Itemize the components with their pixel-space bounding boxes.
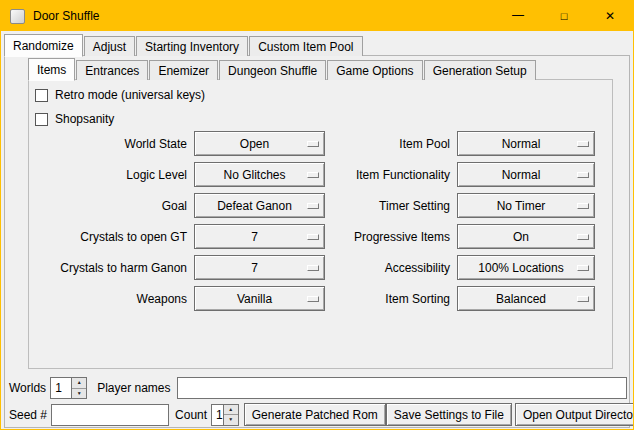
dropdown-value: 7 [251, 261, 268, 275]
field-row: Item Sorting Balanced [338, 286, 595, 311]
settings-tab-bar: Items Entrances Enemizer Dungeon Shuffle… [28, 57, 537, 80]
maximize-icon: □ [561, 10, 568, 22]
generate-patched-rom-button[interactable]: Generate Patched Rom [244, 403, 386, 426]
left-field-column: World State Open Logic Level No Glitches… [9, 131, 325, 317]
dropdown-indicator-icon [307, 203, 319, 209]
dropdown-value: No Timer [497, 199, 556, 213]
spin-down-button[interactable]: ▼ [224, 415, 238, 425]
dropdown-progressive-items[interactable]: On [457, 224, 595, 249]
field-row: Timer Setting No Timer [338, 193, 595, 218]
dropdown-value: Normal [502, 137, 551, 151]
dropdown-indicator-icon [577, 172, 589, 178]
dropdown-item-pool[interactable]: Normal [457, 131, 595, 156]
dropdown-indicator-icon [307, 141, 319, 147]
tab-dungeon-shuffle[interactable]: Dungeon Shuffle [219, 60, 326, 80]
minimize-icon: — [512, 8, 524, 22]
field-label: Accessibility [338, 261, 450, 275]
dropdown-value: On [513, 230, 539, 244]
maximize-button[interactable]: □ [541, 1, 587, 31]
field-row: Item Pool Normal [338, 131, 595, 156]
field-label: Crystals to harm Ganon [9, 261, 187, 275]
dropdown-item-functionality[interactable]: Normal [457, 162, 595, 187]
spin-down-icon: ▼ [77, 391, 82, 396]
dropdown-value: Vanilla [237, 292, 282, 306]
dropdown-value: Open [240, 137, 279, 151]
field-row: Item Functionality Normal [338, 162, 595, 187]
dropdown-value: 7 [251, 230, 268, 244]
spin-down-icon: ▼ [228, 417, 233, 422]
dropdown-world-state[interactable]: Open [194, 131, 325, 156]
checkbox-label: Shopsanity [55, 112, 114, 126]
field-row: Goal Defeat Ganon [9, 193, 325, 218]
close-icon: ✕ [605, 9, 615, 23]
dropdown-logic-level[interactable]: No Glitches [194, 162, 325, 187]
tab-enemizer[interactable]: Enemizer [149, 60, 218, 80]
spin-down-button[interactable]: ▼ [72, 389, 86, 399]
player-names-label: Player names [97, 381, 170, 395]
field-label: Logic Level [9, 168, 187, 182]
worlds-label: Worlds [9, 381, 46, 395]
field-row: Accessibility 100% Locations [338, 255, 595, 280]
open-output-directory-button[interactable]: Open Output Directory [515, 403, 634, 426]
close-button[interactable]: ✕ [587, 1, 633, 31]
count-spinner-buttons: ▲ ▼ [223, 405, 238, 425]
dropdown-indicator-icon [577, 234, 589, 240]
dropdown-indicator-icon [577, 296, 589, 302]
worlds-spinner-value: 1 [51, 378, 71, 398]
dropdown-weapons[interactable]: Vanilla [194, 286, 325, 311]
field-label: World State [9, 137, 187, 151]
tab-items[interactable]: Items [28, 58, 75, 81]
dropdown-indicator-icon [307, 265, 319, 271]
field-row: Crystals to harm Ganon 7 [9, 255, 325, 280]
field-row: Weapons Vanilla [9, 286, 325, 311]
dropdown-accessibility[interactable]: 100% Locations [457, 255, 595, 280]
tab-adjust[interactable]: Adjust [84, 36, 135, 56]
dropdown-crystals-to-open-gt[interactable]: 7 [194, 224, 325, 249]
field-row: Crystals to open GT 7 [9, 224, 325, 249]
dropdown-timer-setting[interactable]: No Timer [457, 193, 595, 218]
checkbox-retro-mode[interactable]: Retro mode (universal keys) [35, 86, 205, 104]
titlebar[interactable]: Door Shuffle — □ ✕ [1, 1, 633, 31]
tab-custom-item-pool[interactable]: Custom Item Pool [249, 36, 362, 56]
dropdown-indicator-icon [307, 234, 319, 240]
dropdown-indicator-icon [577, 141, 589, 147]
player-names-input[interactable] [177, 377, 628, 399]
dropdown-value: No Glitches [223, 168, 295, 182]
tab-game-options[interactable]: Game Options [327, 60, 422, 80]
field-label: Goal [9, 199, 187, 213]
checkbox-shopsanity[interactable]: Shopsanity [35, 110, 114, 128]
dropdown-value: Defeat Ganon [217, 199, 302, 213]
seed-input[interactable] [51, 404, 169, 426]
tab-generation-setup[interactable]: Generation Setup [424, 60, 536, 80]
window-controls: — □ ✕ [495, 1, 633, 31]
count-spinner-value: 1 [212, 405, 223, 425]
checkbox-label: Retro mode (universal keys) [55, 88, 205, 102]
field-label: Item Functionality [338, 168, 450, 182]
spin-up-button[interactable]: ▲ [224, 405, 238, 416]
count-spinner[interactable]: 1 ▲ ▼ [211, 404, 239, 426]
field-label: Item Sorting [338, 292, 450, 306]
tab-entrances[interactable]: Entrances [76, 60, 148, 80]
worlds-spinner[interactable]: 1 ▲ ▼ [50, 377, 87, 399]
window-title: Door Shuffle [33, 9, 100, 23]
dropdown-value: 100% Locations [478, 261, 573, 275]
field-label: Crystals to open GT [9, 230, 187, 244]
tab-randomize[interactable]: Randomize [4, 34, 83, 57]
dropdown-indicator-icon [577, 203, 589, 209]
field-label: Weapons [9, 292, 187, 306]
main-tab-bar: Randomize Adjust Starting Inventory Cust… [4, 33, 364, 56]
field-row: World State Open [9, 131, 325, 156]
dropdown-item-sorting[interactable]: Balanced [457, 286, 595, 311]
dropdown-indicator-icon [577, 265, 589, 271]
field-label: Timer Setting [338, 199, 450, 213]
spin-up-button[interactable]: ▲ [72, 378, 86, 389]
save-settings-button[interactable]: Save Settings to File [386, 403, 512, 426]
dropdown-goal[interactable]: Defeat Ganon [194, 193, 325, 218]
dropdown-indicator-icon [307, 296, 319, 302]
field-label: Progressive Items [338, 230, 450, 244]
dropdown-value: Balanced [496, 292, 556, 306]
minimize-button[interactable]: — [495, 1, 541, 31]
tab-starting-inventory[interactable]: Starting Inventory [136, 36, 248, 56]
field-label: Item Pool [338, 137, 450, 151]
dropdown-crystals-to-harm-ganon[interactable]: 7 [194, 255, 325, 280]
